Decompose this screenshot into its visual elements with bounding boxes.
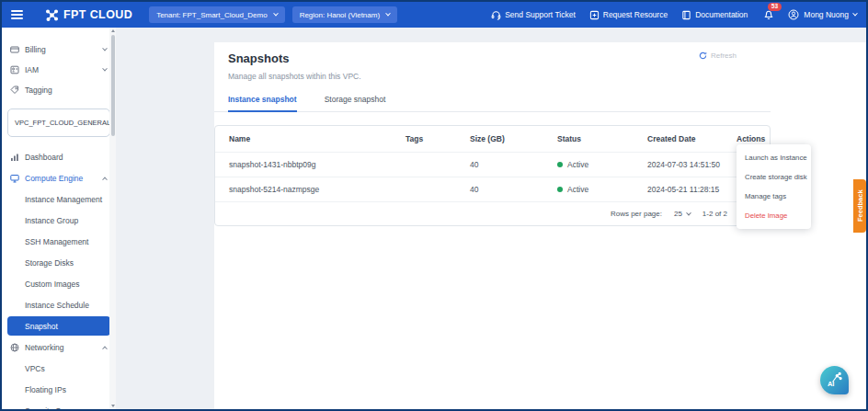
user-name: Mong Nuong (804, 10, 849, 19)
region-selector-label: Region: Hanoi (Vietnam) (300, 11, 380, 19)
snapshot-tabs: Instance snapshot Storage snapshot (214, 95, 771, 112)
vpc-selector[interactable]: VPC_FPT_CLOUD_GENERAL (7, 108, 110, 137)
table-row: snapshot-1431-nbbtp09g 40 Active 2024-07… (215, 152, 770, 177)
fpt-cloud-logo: FPT CLOUD (45, 8, 132, 22)
sidebar-item-label: Networking (25, 343, 64, 352)
feedback-tab[interactable]: Feedback (853, 179, 866, 233)
ai-assistant-button[interactable]: AI (820, 366, 849, 394)
snapshot-name: snapshot-1431-nbbtp09g (229, 160, 405, 169)
sidebar-item-networking[interactable]: Networking (2, 337, 116, 358)
chevron-down-icon (385, 11, 391, 17)
rows-per-page-select[interactable]: 25 (674, 210, 691, 218)
table-row: snapshot-5214-nazmpsge 40 Active 2024-05… (215, 177, 770, 201)
sidebar-item-label: Snapshot (25, 322, 58, 331)
request-resource-link[interactable]: Request Resource (589, 10, 668, 20)
sidebar-item-compute-engine[interactable]: Compute Engine (2, 167, 116, 188)
book-icon (681, 10, 691, 20)
sidebar-item-label: Custom Images (25, 280, 80, 289)
globe-icon (10, 343, 19, 352)
column-header-tags: Tags (405, 134, 470, 143)
vpc-selector-value: VPC_FPT_CLOUD_GENERAL (15, 119, 110, 127)
column-header-name: Name (229, 134, 405, 143)
scrollbar-thumb[interactable] (111, 35, 115, 136)
topbar: FPT CLOUD Tenant: FPT_Smart_Cloud_Demo R… (2, 2, 866, 28)
sidebar-item-storage-disks[interactable]: Storage Disks (2, 252, 116, 273)
sidebar-item-iam[interactable]: IAM (2, 60, 116, 80)
send-support-ticket-link[interactable]: Send Support Ticket (491, 10, 576, 20)
send-support-ticket-label: Send Support Ticket (505, 10, 576, 19)
menu-item-launch-as-instance[interactable]: Launch as Instance (737, 148, 811, 167)
sidebar-item-floating-ips[interactable]: Floating IPs (2, 379, 116, 400)
sidebar-item-label: Storage Disks (25, 258, 74, 268)
menu-item-delete-image[interactable]: Delete Image (737, 206, 811, 225)
status-active-dot (557, 162, 563, 167)
scroll-down-icon[interactable] (111, 405, 115, 407)
svg-text:AI: AI (828, 380, 835, 388)
logo-text: FPT CLOUD (63, 8, 132, 21)
sidebar-item-label: Dashboard (25, 153, 63, 162)
sidebar-scrollbar[interactable] (109, 28, 116, 409)
chevron-down-icon (273, 11, 279, 17)
refresh-button[interactable]: Refresh (699, 51, 737, 60)
tab-instance-snapshot[interactable]: Instance snapshot (228, 95, 297, 112)
pagination-range: 1-2 of 2 (702, 210, 727, 218)
tenant-selector[interactable]: Tenant: FPT_Smart_Cloud_Demo (149, 6, 285, 23)
sidebar-item-label: IAM (25, 65, 39, 74)
snapshot-name: snapshot-5214-nazmpsge (229, 185, 405, 194)
sidebar-item-label: Billing (25, 45, 46, 54)
status-cell: Active (557, 160, 647, 169)
menu-item-create-storage-disk[interactable]: Create storage disk (737, 167, 811, 187)
sidebar-item-instance-schedule[interactable]: Instance Schedule (2, 294, 116, 315)
sidebar-item-custom-images[interactable]: Custom Images (2, 273, 116, 294)
menu-toggle-icon[interactable] (11, 10, 23, 19)
sidebar-item-dashboard[interactable]: Dashboard (2, 146, 116, 167)
sidebar-active-item-wrap: Snapshot (2, 315, 116, 337)
table-header-row: Name Tags Size (GB) Status Created Date … (215, 126, 770, 152)
status-badge: Active (567, 160, 588, 169)
chevron-down-icon (102, 46, 108, 51)
page-subtitle: Manage all snapshots within this VPC. (228, 72, 866, 81)
tag-icon (10, 86, 19, 95)
user-menu[interactable]: Mong Nuong (788, 9, 857, 20)
refresh-label: Refresh (711, 51, 737, 60)
notification-count-badge: 53 (768, 3, 781, 12)
sidebar-item-instance-management[interactable]: Instance Management (2, 188, 116, 210)
column-header-actions: Actions (737, 134, 765, 143)
sidebar-item-vpcs[interactable]: VPCs (2, 358, 116, 379)
pagination: Rows per page: 25 1-2 of 2 (215, 201, 770, 225)
sidebar-item-label: Instance Schedule (25, 301, 89, 310)
sidebar-item-tagging[interactable]: Tagging (2, 80, 116, 100)
sidebar-item-label: VPCs (25, 364, 45, 373)
notifications-button[interactable]: 53 (763, 8, 774, 22)
documentation-link[interactable]: Documentation (681, 10, 748, 20)
status-active-dot (557, 187, 563, 192)
request-resource-label: Request Resource (603, 10, 668, 19)
chevron-down-icon (102, 66, 108, 72)
rows-per-page-label: Rows per page: (611, 210, 662, 218)
sidebar-item-billing[interactable]: Billing (2, 40, 116, 60)
status-cell: Active (557, 185, 647, 194)
tab-storage-snapshot[interactable]: Storage snapshot (325, 95, 386, 111)
menu-item-manage-tags[interactable]: Manage tags (737, 187, 811, 206)
region-selector[interactable]: Region: Hanoi (Vietnam) (292, 6, 397, 23)
logo-network-icon (45, 8, 59, 22)
scroll-up-icon[interactable] (111, 29, 115, 32)
sidebar-item-instance-group[interactable]: Instance Group (2, 210, 116, 231)
sidebar-item-security-groups[interactable]: Security Groups (2, 400, 116, 409)
topbar-actions: Send Support Ticket Request Resource Doc… (491, 8, 857, 22)
snapshot-created-date: 2024-05-21 11:28:15 (647, 185, 737, 194)
sidebar-item-label: Instance Group (25, 216, 78, 225)
column-header-created: Created Date (647, 134, 737, 143)
sidebar-item-label: Floating IPs (25, 385, 66, 394)
snapshot-created-date: 2024-07-03 14:51:50 (647, 160, 737, 169)
sidebar-item-label: Tagging (25, 86, 52, 95)
snapshot-size: 40 (470, 185, 557, 194)
user-avatar-icon (788, 9, 799, 20)
row-actions-context-menu: Launch as Instance Create storage disk M… (737, 144, 811, 229)
sidebar-item-label: Security Groups (25, 406, 81, 410)
sidebar-item-ssh-management[interactable]: SSH Management (2, 231, 116, 252)
bar-chart-icon (10, 153, 19, 162)
sidebar-item-snapshot-selected[interactable]: Snapshot (7, 316, 110, 336)
chevron-down-icon (686, 210, 691, 215)
credit-card-icon (10, 45, 19, 54)
